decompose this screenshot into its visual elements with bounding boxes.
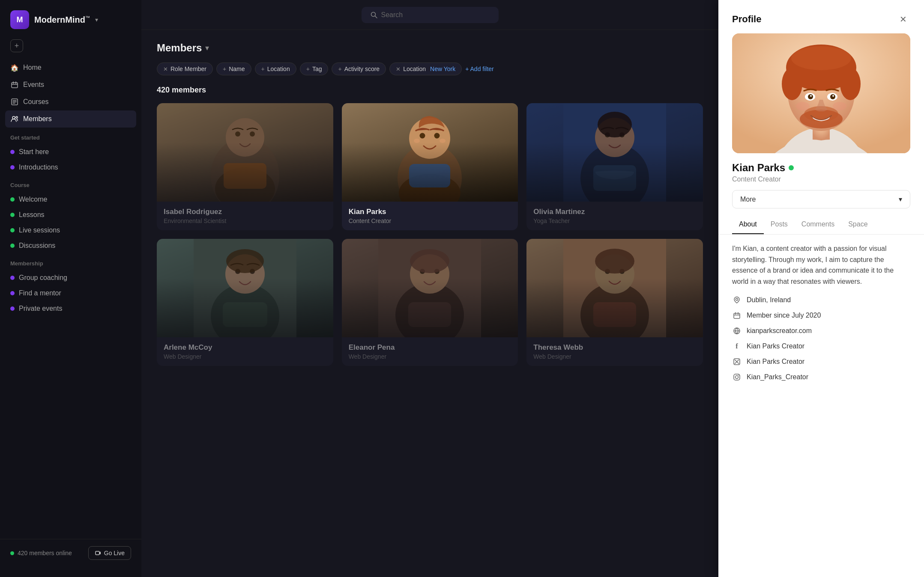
detail-twitter[interactable]: Kian Parks Creator xyxy=(732,357,910,366)
sidebar-item-live-sessions[interactable]: Live sessions xyxy=(5,223,136,238)
topbar: Search xyxy=(141,0,718,30)
filter-chip-role-member[interactable]: ✕ Role Member xyxy=(157,62,213,75)
svg-point-16 xyxy=(235,131,240,137)
welcome-dot xyxy=(10,197,15,202)
member-role-olivia: Yoga Teacher xyxy=(533,217,696,224)
profile-online-indicator xyxy=(789,165,794,170)
sidebar-item-discussions[interactable]: Discussions xyxy=(5,238,136,253)
sidebar-item-introductions[interactable]: Introductions xyxy=(5,160,136,175)
filter-chip-activity-score[interactable]: + Activity score xyxy=(332,62,386,75)
svg-point-60 xyxy=(782,68,802,100)
find-a-mentor-dot xyxy=(10,291,15,295)
profile-tabs: About Posts Comments Space xyxy=(718,215,924,235)
introductions-dot xyxy=(10,165,15,170)
member-card-kian[interactable]: Kian Parks Content Creator xyxy=(342,103,518,230)
sidebar-item-lessons[interactable]: Lessons xyxy=(5,207,136,223)
add-button[interactable]: + xyxy=(10,39,23,52)
filter-chip-name[interactable]: + Name xyxy=(216,62,251,75)
sidebar-item-start-here[interactable]: Start here xyxy=(5,144,136,160)
members-page-title: Members xyxy=(157,42,202,54)
tab-posts[interactable]: Posts xyxy=(764,215,795,234)
members-area: Members ▾ ✕ Role Member + Name + Locatio… xyxy=(141,30,718,577)
remove-location-ny-icon[interactable]: ✕ xyxy=(396,66,401,72)
detail-instagram[interactable]: Kian_Parks_Creator xyxy=(732,372,910,382)
start-here-dot xyxy=(10,150,15,154)
svg-point-53 xyxy=(595,249,634,274)
discussions-dot xyxy=(10,244,15,248)
member-photo-theresa xyxy=(526,239,703,337)
members-dropdown-icon[interactable]: ▾ xyxy=(205,43,209,53)
detail-website[interactable]: kianparkscreator.com xyxy=(732,326,910,336)
sidebar-item-courses[interactable]: Courses xyxy=(5,93,136,110)
card-overlay-arlene xyxy=(157,278,333,337)
add-name-icon[interactable]: + xyxy=(223,65,226,72)
member-card-theresa[interactable]: Theresa Webb Web Designer xyxy=(526,239,703,366)
detail-member-since-text: Member since July 2020 xyxy=(747,312,821,319)
sidebar-item-home[interactable]: 🏠 Home xyxy=(5,59,136,76)
svg-point-22 xyxy=(420,133,425,139)
tab-about[interactable]: About xyxy=(732,215,764,234)
member-role-isabel: Environmental Scientist xyxy=(164,217,326,224)
add-location-icon[interactable]: + xyxy=(261,65,265,72)
sidebar-item-welcome[interactable]: Welcome xyxy=(5,192,136,207)
add-tag-icon[interactable]: + xyxy=(306,65,310,72)
search-icon xyxy=(370,11,378,19)
profile-bio: I'm Kian, a content creator with a passi… xyxy=(718,243,924,295)
filter-chip-location[interactable]: + Location xyxy=(255,62,296,75)
member-info-arlene: Arlene McCoy Web Designer xyxy=(157,337,333,366)
member-card-eleanor[interactable]: Eleanor Pena Web Designer xyxy=(342,239,518,366)
filter-chip-tag[interactable]: + Tag xyxy=(300,62,329,75)
filter-chip-location-ny[interactable]: ✕ Location New York xyxy=(389,62,462,75)
svg-point-71 xyxy=(796,102,810,110)
course-label: Course xyxy=(0,175,141,192)
member-card-olivia[interactable]: Olivia Martinez Yoga Teacher xyxy=(526,103,703,230)
sidebar-item-events[interactable]: Events xyxy=(5,76,136,93)
profile-panel: Profile ✕ xyxy=(718,0,924,577)
go-live-button[interactable]: Go Live xyxy=(88,546,131,560)
app-dropdown-icon[interactable]: ▾ xyxy=(95,16,98,23)
main-nav: 🏠 Home Events Courses Members xyxy=(0,59,141,128)
profile-more-button[interactable]: More ▾ xyxy=(732,190,910,208)
svg-point-66 xyxy=(808,94,813,99)
svg-point-23 xyxy=(434,133,440,139)
detail-facebook[interactable]: f Kian Parks Creator xyxy=(732,342,910,351)
tab-space[interactable]: Space xyxy=(841,215,874,234)
svg-point-82 xyxy=(736,376,739,379)
svg-point-8 xyxy=(12,116,15,119)
profile-panel-title: Profile xyxy=(732,14,761,25)
sidebar-item-members[interactable]: Members xyxy=(5,110,136,128)
online-status: 420 members online xyxy=(10,550,72,556)
svg-point-39 xyxy=(226,249,264,273)
detail-instagram-text: Kian_Parks_Creator xyxy=(747,373,808,381)
detail-location-text: Dublin, Ireland xyxy=(747,296,791,304)
website-icon xyxy=(732,326,742,336)
sidebar-item-group-coaching[interactable]: Group coaching xyxy=(5,270,136,286)
member-photo-eleanor xyxy=(342,239,518,337)
search-bar[interactable]: Search xyxy=(362,7,499,23)
profile-name-row: Kian Parks xyxy=(718,153,924,175)
sidebar-item-find-a-mentor[interactable]: Find a mentor xyxy=(5,286,136,301)
remove-role-member-icon[interactable]: ✕ xyxy=(163,66,168,72)
add-filter-button[interactable]: + Add filter xyxy=(465,65,494,72)
profile-name: Kian Parks xyxy=(732,162,785,174)
live-sessions-dot xyxy=(10,228,15,232)
svg-point-32 xyxy=(598,112,632,137)
member-info-isabel: Isabel Rodriguez Environmental Scientist xyxy=(157,202,333,230)
sidebar-item-private-events[interactable]: Private events xyxy=(5,301,136,316)
members-header: Members ▾ xyxy=(157,42,703,54)
profile-header: Profile ✕ xyxy=(718,0,924,33)
members-count: 420 members xyxy=(157,86,703,95)
detail-facebook-text: Kian Parks Creator xyxy=(747,342,804,350)
online-dot xyxy=(10,551,14,555)
profile-close-button[interactable]: ✕ xyxy=(896,12,910,27)
detail-location: Dublin, Ireland xyxy=(732,295,910,305)
member-card-arlene[interactable]: Arlene McCoy Web Designer xyxy=(157,239,333,366)
group-coaching-dot xyxy=(10,276,15,280)
private-events-dot xyxy=(10,306,15,311)
instagram-icon xyxy=(732,372,742,382)
member-card-isabel[interactable]: Isabel Rodriguez Environmental Scientist xyxy=(157,103,333,230)
tab-comments[interactable]: Comments xyxy=(795,215,841,234)
profile-photo xyxy=(732,33,910,153)
svg-point-83 xyxy=(739,375,739,376)
add-activity-score-icon[interactable]: + xyxy=(338,65,341,72)
